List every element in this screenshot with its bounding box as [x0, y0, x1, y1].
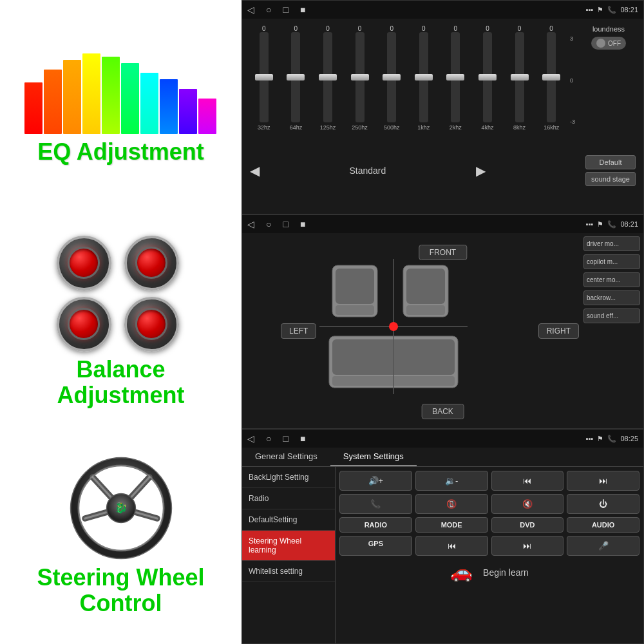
balance-right-btn[interactable]: RIGHT [538, 323, 579, 339]
scale-0: 0 [570, 77, 575, 84]
settings-back-nav[interactable]: ◁ [247, 433, 254, 444]
slider-track-6[interactable] [451, 32, 460, 122]
balance-dot-nav[interactable]: ■ [300, 219, 305, 229]
settings-square-nav[interactable]: □ [283, 433, 288, 444]
seat-diagram [319, 259, 468, 394]
settings-status-icons: ▪▪▪ ⚑ 📞 08:25 [586, 435, 638, 443]
slider-track-1[interactable] [291, 32, 300, 122]
svg-rect-1 [44, 70, 62, 134]
menu-steering-learn[interactable]: Steering Wheel learning [242, 531, 335, 561]
ctrl-row-1: 🔊+ 🔉- ⏮ ⏭ [339, 471, 639, 491]
tab-system[interactable]: System Settings [330, 448, 417, 466]
eq-slider-32hz[interactable]: 0 32hz [249, 25, 279, 131]
settings-screen: ◁ ○ □ ■ ▪▪▪ ⚑ 📞 08:25 General Settings S… [242, 429, 644, 644]
skip-btn[interactable]: ⏭ [491, 536, 564, 556]
balance-square-nav[interactable]: □ [283, 219, 288, 229]
menu-radio[interactable]: Radio [242, 488, 335, 509]
spectrum-visual [24, 50, 218, 134]
svg-rect-6 [140, 73, 158, 134]
eq-val-2: 0 [326, 25, 330, 32]
svg-rect-0 [24, 82, 43, 134]
eq-slider-2khz[interactable]: 0 2khz [440, 25, 471, 131]
balance-center-btn[interactable]: center mo... [583, 272, 640, 287]
slider-track-9[interactable] [547, 32, 556, 122]
car-icon: 🚗 [450, 562, 473, 583]
balance-left-btn[interactable]: LEFT [281, 323, 316, 339]
eq-slider-16khz[interactable]: 0 16khz [536, 25, 567, 131]
eq-prev-arrow[interactable]: ◀ [250, 163, 260, 178]
eq-slider-1khz[interactable]: 0 1khz [408, 25, 439, 131]
steering-title: Steering Wheel Control [37, 565, 204, 616]
power-btn[interactable]: ⏻ [567, 494, 639, 514]
eq-val-3: 0 [358, 25, 362, 32]
balance-front-btn[interactable]: FRONT [419, 245, 467, 260]
home-nav[interactable]: ○ [266, 5, 271, 15]
eq-slider-500hz[interactable]: 0 500hz [376, 25, 407, 131]
radio-btn[interactable]: RADIO [339, 517, 412, 533]
location-icon: ⚑ [597, 6, 603, 14]
balance-phone-icon: 📞 [607, 220, 616, 229]
menu-whitelist[interactable]: Whitelist setting [242, 561, 335, 582]
settings-home-nav[interactable]: ○ [266, 433, 271, 444]
slider-track-3[interactable] [355, 32, 365, 122]
balance-back-btn[interactable]: BACK [421, 404, 464, 419]
prev-track-btn[interactable]: ⏮ [491, 471, 564, 491]
steering-title-2: Control [80, 590, 162, 616]
balance-back-nav[interactable]: ◁ [247, 219, 254, 229]
eq-next-arrow[interactable]: ▶ [476, 163, 486, 178]
balance-home-nav[interactable]: ○ [266, 219, 271, 229]
eq-action-btns: Default sound stage [585, 155, 636, 186]
settings-status-bar: ◁ ○ □ ■ ▪▪▪ ⚑ 📞 08:25 [242, 430, 643, 448]
eq-default-btn[interactable]: Default [585, 155, 636, 169]
dvd-btn[interactable]: DVD [491, 517, 564, 533]
slider-track-0[interactable] [260, 32, 269, 122]
balance-driver-btn[interactable]: driver mo... [583, 236, 640, 251]
slider-track-2[interactable] [323, 32, 332, 122]
loudness-panel: loundness OFF [580, 25, 637, 50]
svg-rect-14 [406, 269, 445, 304]
next-track-btn[interactable]: ⏭ [567, 471, 639, 491]
eq-slider-64hz[interactable]: 0 64hz [281, 25, 312, 131]
hangup-btn[interactable]: 📵 [415, 494, 488, 514]
slider-track-4[interactable] [387, 32, 396, 122]
mic-btn[interactable]: 🎤 [567, 536, 639, 556]
eq-soundstage-btn[interactable]: sound stage [585, 172, 636, 186]
learn-row: 🚗 Begin learn [339, 562, 639, 583]
time-display: 08:21 [620, 6, 638, 14]
eq-slider-8khz[interactable]: 0 8khz [504, 25, 535, 131]
menu-default[interactable]: DefaultSetting [242, 509, 335, 531]
eq-slider-125hz[interactable]: 0 125hz [312, 25, 343, 131]
mode-btn[interactable]: MODE [415, 517, 488, 533]
vol-down-btn[interactable]: 🔉- [415, 471, 488, 491]
tab-general[interactable]: General Settings [242, 448, 330, 466]
audio-btn[interactable]: AUDIO [567, 517, 639, 533]
settings-menu: BackLight Setting Radio DefaultSetting S… [242, 467, 336, 643]
square-nav[interactable]: □ [283, 5, 288, 15]
eq-screen: ◁ ○ □ ■ ▪▪▪ ⚑ 📞 08:21 0 [242, 0, 644, 214]
menu-backlight[interactable]: BackLight Setting [242, 467, 335, 488]
mute-btn[interactable]: 🔇 [491, 494, 564, 514]
balance-copilot-btn[interactable]: copilot m... [583, 254, 640, 269]
balance-screen: ◁ ○ □ ■ ▪▪▪ ⚑ 📞 08:21 FRONT BACK LEFT RI… [242, 214, 644, 429]
slider-track-8[interactable] [515, 32, 524, 122]
balance-backrow-btn[interactable]: backrow... [583, 290, 640, 305]
scale-3: 3 [570, 35, 575, 42]
loudness-toggle[interactable]: OFF [591, 37, 626, 50]
dot-nav[interactable]: ■ [300, 5, 305, 15]
eq-slider-4khz[interactable]: 0 4khz [472, 25, 503, 131]
balance-soundeff-btn[interactable]: sound eff... [583, 308, 640, 323]
back-nav[interactable]: ◁ [247, 5, 254, 15]
settings-dot-nav[interactable]: ■ [300, 433, 305, 444]
slider-track-7[interactable] [483, 32, 492, 122]
slider-track-5[interactable] [419, 32, 428, 122]
begin-learn-label: Begin learn [483, 567, 529, 578]
prev-seek-btn[interactable]: ⏮ [415, 536, 488, 556]
gps-btn[interactable]: GPS [339, 536, 412, 556]
eq-val-5: 0 [422, 25, 426, 32]
status-icons: ▪▪▪ ⚑ 📞 08:21 [586, 6, 638, 14]
balance-left-panel: BalanceAdjustment [0, 214, 242, 429]
eq-left-panel: EQ Adjustment [0, 0, 242, 214]
call-btn[interactable]: 📞 [339, 494, 412, 514]
eq-slider-250hz[interactable]: 0 250hz [345, 25, 375, 131]
vol-up-btn[interactable]: 🔊+ [339, 471, 412, 491]
